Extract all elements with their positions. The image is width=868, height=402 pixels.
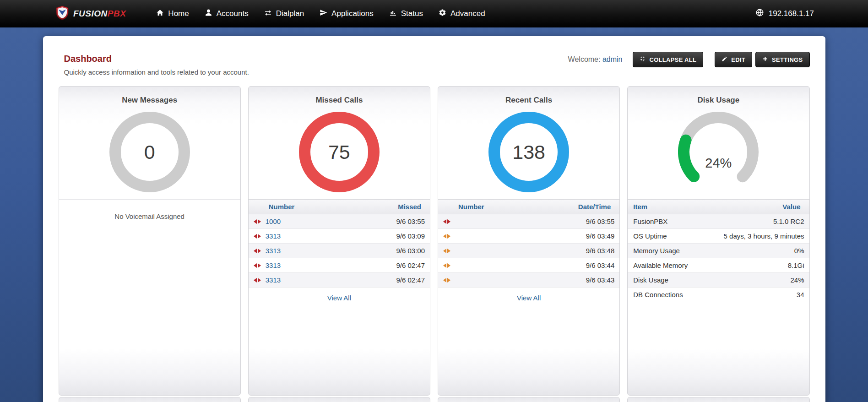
- column-header-value: Value: [702, 200, 809, 214]
- nav-label: Advanced: [450, 9, 485, 18]
- table-row: FusionPBX 5.1.0 RC2: [628, 214, 809, 229]
- top-nav: FUSIONPBX Home Accounts Dialplan Applica…: [0, 0, 868, 27]
- item-value: 5.1.0 RC2: [702, 214, 809, 229]
- column-header-missed: Missed: [342, 200, 430, 214]
- caller-number-link[interactable]: 3313: [266, 232, 281, 240]
- table-header-row: Number Date/Time: [438, 200, 619, 214]
- call-direction-icon: [443, 263, 450, 268]
- view-all-link[interactable]: View All: [517, 294, 541, 302]
- item-label: Available Memory: [628, 258, 702, 273]
- panel-new-messages: New Messages 0 No Voicemail Assigned: [59, 86, 241, 396]
- call-direction-icon: [443, 219, 450, 224]
- call-direction-icon: [254, 263, 261, 268]
- recent-calls-count: 138: [488, 112, 569, 192]
- item-label: Disk Usage: [628, 273, 702, 288]
- item-value: 34: [702, 288, 809, 302]
- panel-stub: [627, 397, 809, 402]
- item-label: OS Uptime: [628, 229, 702, 244]
- call-direction-icon: [443, 234, 450, 239]
- table-row: 1000 9/6 03:55: [249, 214, 430, 229]
- brand-text: FUSIONPBX: [73, 9, 126, 19]
- collapse-all-button[interactable]: COLLAPSE ALL: [633, 52, 703, 67]
- call-direction-icon: [254, 234, 261, 239]
- call-time: 9/6 03:55: [342, 214, 430, 229]
- collapse-icon: [640, 56, 646, 63]
- chart-icon: [389, 9, 397, 19]
- panel-stub: [438, 397, 620, 402]
- table-row: 3313 9/6 02:47: [249, 258, 430, 273]
- call-time: 9/6 03:49: [523, 229, 619, 244]
- caller-number-link[interactable]: 3313: [266, 247, 281, 255]
- call-direction-icon: [254, 278, 261, 282]
- call-time: 9/6 03:55: [523, 214, 619, 229]
- page-subtitle: Quickly access information and tools rel…: [64, 68, 568, 76]
- caller-number-link[interactable]: 3313: [266, 276, 281, 284]
- table-row: 3313 9/6 03:00: [249, 244, 430, 258]
- missed-calls-count: 75: [299, 112, 380, 192]
- nav-label: Status: [401, 9, 423, 18]
- nav-item-advanced[interactable]: Advanced: [437, 6, 487, 22]
- table-row: OS Uptime 5 days, 3 hours, 9 minutes: [628, 229, 809, 244]
- page-title: Dashboard: [64, 54, 568, 64]
- new-messages-donut: 0: [109, 112, 190, 192]
- table-row: 9/6 03:49: [438, 229, 619, 244]
- recent-calls-table: Number Date/Time 9/6 03:55 9/6 03:49: [438, 199, 619, 288]
- content-card: Dashboard Quickly access information and…: [43, 36, 825, 402]
- call-time: 9/6 03:43: [523, 273, 619, 288]
- recent-calls-chart: Recent Calls 138: [438, 87, 619, 199]
- nav-item-home[interactable]: Home: [154, 6, 190, 22]
- table-row: 3313 9/6 02:47: [249, 273, 430, 288]
- recent-calls-donut: 138: [488, 112, 569, 192]
- item-label: FusionPBX: [628, 214, 702, 229]
- item-value: 8.1Gi: [702, 258, 809, 273]
- next-widgets-row: [59, 397, 810, 402]
- nav-menu: Home Accounts Dialplan Applications Stat…: [154, 6, 487, 22]
- table-row: Memory Usage 0%: [628, 244, 809, 258]
- panel-stub: [59, 397, 241, 402]
- edit-button[interactable]: EDIT: [715, 52, 752, 67]
- view-all-link[interactable]: View All: [327, 294, 351, 302]
- panel-title: Missed Calls: [249, 87, 430, 105]
- caller-number-link[interactable]: 3313: [266, 261, 281, 269]
- item-value: 24%: [702, 273, 809, 288]
- settings-button[interactable]: SETTINGS: [755, 52, 809, 67]
- call-time: 9/6 03:00: [342, 244, 430, 258]
- panel-title: Disk Usage: [628, 87, 809, 105]
- new-messages-count: 0: [109, 112, 190, 192]
- new-messages-chart: New Messages 0: [59, 87, 240, 199]
- call-direction-icon: [443, 249, 450, 253]
- table-header-row: Item Value: [628, 200, 809, 214]
- server-ip: 192.168.1.17: [769, 9, 814, 18]
- table-row: 9/6 03:44: [438, 258, 619, 273]
- nav-item-applications[interactable]: Applications: [318, 6, 375, 22]
- nav-item-status[interactable]: Status: [387, 6, 425, 22]
- table-row: 9/6 03:55: [438, 214, 619, 229]
- table-row: 9/6 03:43: [438, 273, 619, 288]
- nav-label: Home: [168, 9, 189, 18]
- table-header-row: Number Missed: [249, 200, 430, 214]
- dialplan-icon: [264, 9, 272, 19]
- nav-label: Dialplan: [276, 9, 304, 18]
- dashboard-panels: New Messages 0 No Voicemail Assigned Mis…: [59, 86, 810, 396]
- table-row: Available Memory 8.1Gi: [628, 258, 809, 273]
- panel-stub: [248, 397, 430, 402]
- nav-item-accounts[interactable]: Accounts: [203, 6, 250, 22]
- caller-number-link[interactable]: 1000: [266, 217, 281, 225]
- column-header-number: Number: [249, 200, 342, 214]
- page-header-actions: Welcome: admin COLLAPSE ALL EDIT SETTING…: [568, 52, 810, 67]
- page-header-left: Dashboard Quickly access information and…: [59, 49, 568, 76]
- item-label: Memory Usage: [628, 244, 702, 258]
- page-header: Dashboard Quickly access information and…: [59, 36, 810, 76]
- fusionpbx-logo[interactable]: FUSIONPBX: [55, 5, 126, 22]
- welcome-text: Welcome: admin: [568, 55, 623, 64]
- disk-usage-table: Item Value FusionPBX 5.1.0 RC2 OS Uptime…: [628, 199, 809, 302]
- call-time: 9/6 03:44: [523, 258, 619, 273]
- call-time: 9/6 03:09: [342, 229, 430, 244]
- column-header-number: Number: [438, 200, 523, 214]
- welcome-user-link[interactable]: admin: [602, 55, 623, 63]
- shield-logo-icon: [55, 5, 69, 22]
- item-label: DB Connections: [628, 288, 702, 302]
- nav-item-dialplan[interactable]: Dialplan: [262, 6, 306, 22]
- table-row: 9/6 03:48: [438, 244, 619, 258]
- nav-label: Accounts: [217, 9, 249, 18]
